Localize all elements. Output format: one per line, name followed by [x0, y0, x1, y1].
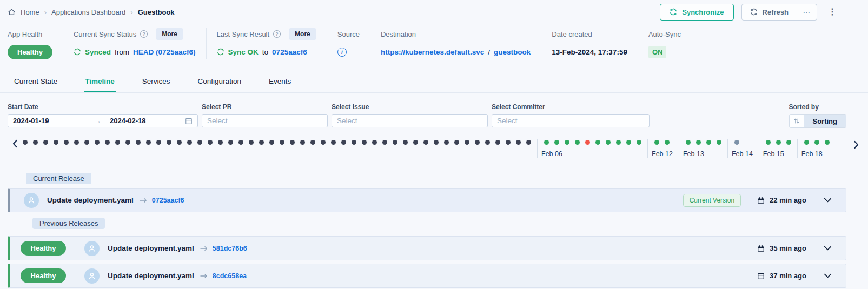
timeline-dot-green[interactable] — [814, 140, 819, 145]
timeline-dot-red[interactable] — [585, 140, 590, 145]
current-release-row[interactable]: Update deployment.yaml 0725aacf6 Current… — [8, 188, 846, 212]
timeline-dot-dark[interactable] — [403, 140, 408, 145]
timeline-dot-green[interactable] — [665, 140, 670, 145]
timeline-dot-dark[interactable] — [372, 140, 377, 145]
timeline-dot-green[interactable] — [544, 140, 549, 145]
select-committer-input[interactable] — [497, 117, 644, 125]
last-sync-target-link[interactable]: 0725aacf6 — [272, 48, 307, 56]
sync-status-target-link[interactable]: HEAD (0725aacf6) — [133, 48, 196, 56]
timeline-dot-green[interactable] — [686, 140, 691, 145]
select-issue-input[interactable] — [337, 117, 482, 125]
date-range-input[interactable]: 2024-01-19 → 2024-02-18 — [8, 114, 198, 127]
breadcrumb-applications-dashboard[interactable]: Applications Dashboard — [51, 8, 125, 16]
timeline-dot-dark[interactable] — [269, 140, 274, 145]
timeline-dot-dark[interactable] — [228, 140, 233, 145]
tab-events[interactable]: Events — [268, 72, 292, 92]
timeline-dot-green[interactable] — [654, 140, 659, 145]
tab-services[interactable]: Services — [141, 72, 171, 92]
sync-status-more-button[interactable]: More — [156, 28, 183, 40]
timeline-dot-dark[interactable] — [434, 140, 439, 145]
timeline-dot-dark[interactable] — [187, 140, 192, 145]
refresh-button[interactable]: Refresh — [742, 4, 797, 20]
home-icon[interactable] — [8, 8, 16, 16]
sorting-button[interactable]: Sorting — [789, 114, 847, 128]
destination-app-link[interactable]: guestbook — [494, 48, 531, 56]
previous-release-row[interactable]: Healthy Update deployment.yaml 581dc76b6… — [8, 236, 846, 260]
timeline-dot-dark[interactable] — [54, 140, 58, 145]
timeline-dot-green[interactable] — [717, 140, 721, 145]
timeline-dot-dark[interactable] — [321, 140, 326, 145]
timeline-dot-dark[interactable] — [300, 140, 305, 145]
timeline-dot-dark[interactable] — [167, 140, 171, 145]
timeline-dot-dark[interactable] — [23, 140, 28, 145]
commit-hash-link[interactable]: 0725aacf6 — [152, 197, 184, 204]
timeline-dot-dark[interactable] — [197, 140, 202, 145]
previous-release-row[interactable]: Healthy Update deployment.yaml 8cdc658ea… — [8, 264, 846, 288]
last-sync-more-button[interactable]: More — [289, 28, 316, 40]
timeline-dot-dark[interactable] — [238, 140, 243, 145]
timeline-dot-dark[interactable] — [485, 140, 490, 145]
timeline-dot-green[interactable] — [776, 140, 781, 145]
timeline-dot-dark[interactable] — [495, 140, 500, 145]
timeline-dot-dark[interactable] — [290, 140, 295, 145]
timeline-dot-green[interactable] — [804, 140, 809, 145]
timeline-dot-dark[interactable] — [413, 140, 418, 145]
expand-row-button[interactable] — [823, 244, 833, 252]
timeline-dot-green[interactable] — [616, 140, 621, 145]
timeline-dot-dark[interactable] — [125, 140, 130, 145]
timeline-prev-button[interactable] — [10, 139, 21, 149]
timeline-dot-green[interactable] — [606, 140, 611, 145]
timeline-dot-green[interactable] — [706, 140, 711, 145]
timeline-dot-dark[interactable] — [331, 140, 336, 145]
tab-current-state[interactable]: Current State — [13, 72, 58, 92]
timeline-dot-dark[interactable] — [526, 140, 531, 145]
timeline-dot-dark[interactable] — [218, 140, 223, 145]
timeline-dot-dark[interactable] — [84, 140, 89, 145]
timeline-dot-dark[interactable] — [146, 140, 151, 145]
timeline-dot-green[interactable] — [626, 140, 631, 145]
timeline-dot-dark[interactable] — [280, 140, 284, 145]
timeline-dot-green[interactable] — [554, 140, 559, 145]
date-range-to[interactable]: 2024-02-18 — [110, 117, 146, 125]
tab-configuration[interactable]: Configuration — [197, 72, 242, 92]
timeline-dot-dark[interactable] — [465, 140, 469, 145]
timeline-dot-dark[interactable] — [105, 140, 110, 145]
timeline-dot-dark[interactable] — [43, 140, 48, 145]
select-pr-input[interactable] — [207, 117, 322, 125]
kebab-menu-button[interactable]: ⋮ — [825, 5, 840, 18]
timeline-dot-dark[interactable] — [506, 140, 511, 145]
timeline-dot-green[interactable] — [565, 140, 569, 145]
timeline-dot-dark[interactable] — [382, 140, 387, 145]
timeline-dot-dark[interactable] — [393, 140, 397, 145]
timeline-dot-dark[interactable] — [423, 140, 428, 145]
timeline-dot-dark[interactable] — [95, 140, 100, 145]
synchronize-button[interactable]: Synchronize — [660, 4, 733, 21]
timeline-dot-dark[interactable] — [64, 140, 69, 145]
timeline-dot-dark[interactable] — [475, 140, 480, 145]
timeline-dot-green[interactable] — [786, 140, 791, 145]
timeline-next-button[interactable] — [851, 140, 862, 150]
timeline-dot-green[interactable] — [575, 140, 580, 145]
timeline-dot-dark[interactable] — [115, 140, 120, 145]
timeline-dot-green[interactable] — [825, 140, 830, 145]
timeline-dot-green[interactable] — [766, 140, 771, 145]
timeline-dot-dark[interactable] — [454, 140, 459, 145]
help-icon[interactable]: ? — [273, 30, 281, 38]
commit-hash-link[interactable]: 8cdc658ea — [213, 272, 247, 280]
timeline-dot-dark[interactable] — [310, 140, 315, 145]
breadcrumb-home[interactable]: Home — [21, 8, 39, 16]
refresh-options-button[interactable]: ⋯ — [797, 4, 817, 20]
help-icon[interactable]: ? — [140, 30, 148, 38]
timeline-dot-dark[interactable] — [156, 140, 161, 145]
timeline-dot-dark[interactable] — [249, 140, 254, 145]
expand-row-button[interactable] — [823, 196, 833, 204]
destination-url-link[interactable]: https://kubernetes.default.svc — [381, 48, 484, 56]
timeline-dot-green[interactable] — [595, 140, 600, 145]
tab-timeline[interactable]: Timeline — [84, 72, 116, 92]
timeline-dot-dark[interactable] — [341, 140, 346, 145]
timeline-dot-dark[interactable] — [516, 140, 521, 145]
commit-hash-link[interactable]: 581dc76b6 — [213, 245, 247, 252]
timeline-dot-dark[interactable] — [352, 140, 356, 145]
timeline-dot-dark[interactable] — [177, 140, 182, 145]
timeline-dot-dark[interactable] — [74, 140, 79, 145]
